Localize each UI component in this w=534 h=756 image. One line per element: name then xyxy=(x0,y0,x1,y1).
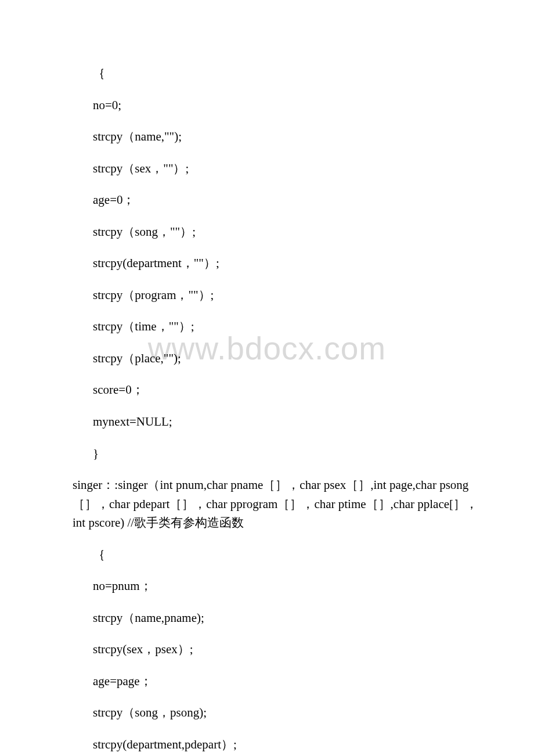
code-line: strcpy（time，""）; xyxy=(52,317,482,336)
code-line: strcpy（song，psong); xyxy=(52,703,482,722)
code-line: score=0； xyxy=(52,380,482,399)
code-line: strcpy（place,""); xyxy=(52,349,482,368)
code-line: mynext=NULL; xyxy=(52,412,482,431)
code-line: ｛ xyxy=(52,64,482,83)
code-line: strcpy(sex，psex）; xyxy=(52,640,482,659)
code-line: no=pnum； xyxy=(52,577,482,596)
code-lines-container: ｛no=0;strcpy（name,"");strcpy（sex，""）;age… xyxy=(52,64,482,756)
code-line: } xyxy=(52,444,482,463)
code-line: age=0； xyxy=(52,190,482,210)
code-line: strcpy(department，""）; xyxy=(52,254,482,273)
code-line: strcpy(department,pdepart）; xyxy=(52,735,482,754)
code-line: strcpy（sex，""）; xyxy=(52,159,482,178)
code-line: ｛ xyxy=(52,545,482,564)
code-line: strcpy（program，""）; xyxy=(52,286,482,305)
document-page: ｛no=0;strcpy（name,"");strcpy（sex，""）;age… xyxy=(0,0,534,756)
code-line: singer：:singer（int pnum,char pname［］，cha… xyxy=(52,476,482,532)
code-line: strcpy（name,""); xyxy=(52,127,482,146)
code-line: strcpy（song，""）; xyxy=(52,222,482,242)
code-line: age=page； xyxy=(52,672,482,691)
code-line: strcpy（name,pname); xyxy=(52,609,482,628)
code-line: no=0; xyxy=(52,96,482,115)
